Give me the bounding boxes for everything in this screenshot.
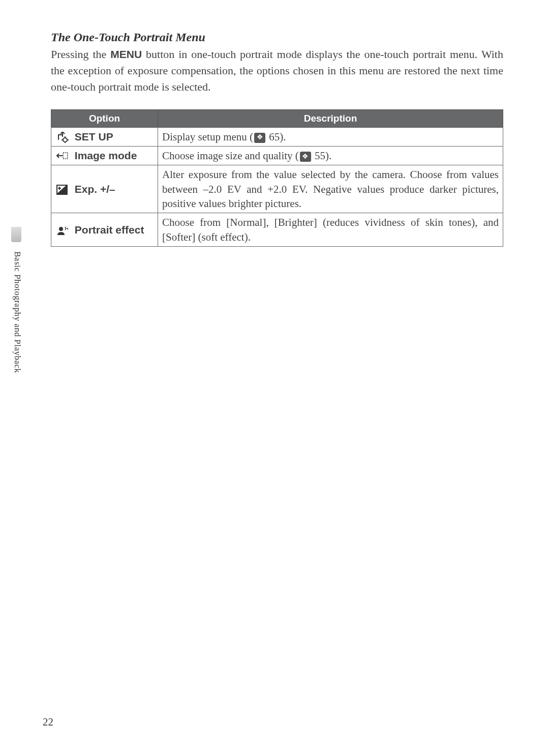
desc-suffix: ). [325,150,331,162]
portrait-effect-icon [55,225,69,236]
table-row: SET UP Display setup menu (❖ 65). [51,127,503,146]
page-ref-icon: ❖ [254,133,265,143]
description-cell: Display setup menu (❖ 65). [158,127,503,146]
page-content: The One-Touch Portrait Menu Pressing the… [0,0,549,267]
intro-part1: Pressing the [51,48,110,61]
table-row: Exp. +/– Alter exposure from the value s… [51,165,503,213]
options-table: Option Description SET UP Display setup … [51,109,503,247]
exposure-icon [55,184,69,195]
desc-prefix: Choose image size and quality ( [162,150,299,162]
desc-suffix: ). [280,131,286,143]
option-label: Image mode [75,150,137,161]
side-tab [11,227,21,242]
description-cell: Choose image size and quality (❖ 55). [158,147,503,165]
menu-button-label: MENU [110,48,142,60]
header-option: Option [51,109,158,127]
option-cell-setup: SET UP [51,127,158,146]
description-cell: Alter exposure from the value selected b… [158,165,503,213]
side-section-label: Basic Photography and Playback [12,251,22,373]
table-row: Image mode Choose image size and quality… [51,147,503,165]
table-header-row: Option Description [51,109,503,127]
svg-point-3 [59,227,63,231]
page-number: 22 [43,716,53,729]
option-cell-portrait-effect: Portrait effect [51,213,158,247]
desc-prefix: Display setup menu ( [162,131,253,143]
setup-icon [55,132,69,143]
table-row: Portrait effect Choose from [Normal], [B… [51,213,503,247]
svg-rect-1 [63,153,68,159]
svg-point-0 [63,138,67,142]
option-cell-exposure: Exp. +/– [51,165,158,213]
page-ref-icon: ❖ [300,152,311,162]
option-label: SET UP [75,131,113,142]
section-title: The One-Touch Portrait Menu [51,31,503,44]
desc-ref: 65 [269,131,280,143]
header-description: Description [158,109,503,127]
desc-ref: 55 [315,150,325,162]
intro-paragraph: Pressing the MENU button in one-touch po… [51,46,503,95]
option-cell-image-mode: Image mode [51,147,158,165]
option-label: Exp. +/– [75,183,115,195]
description-cell: Choose from [Normal], [Brighter] (reduce… [158,213,503,247]
image-mode-icon [55,151,69,162]
option-label: Portrait effect [75,224,144,236]
